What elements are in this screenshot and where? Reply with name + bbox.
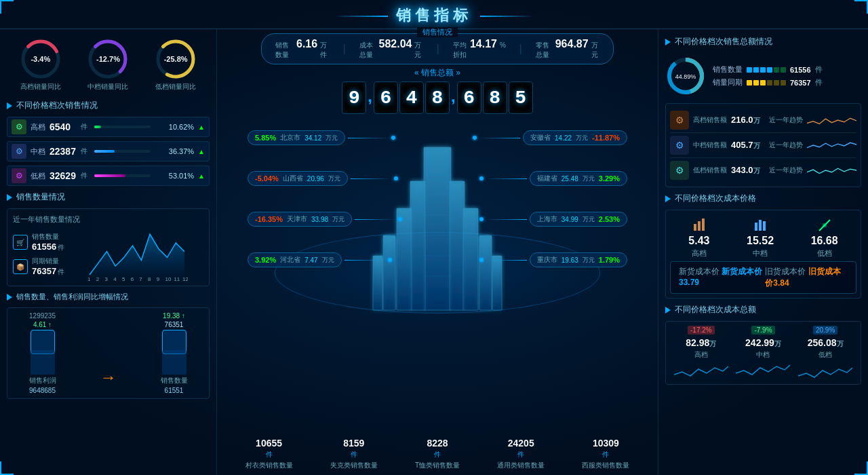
gauge-row: -3.4% 高档销量同比 -12.7% 中档销量同比 bbox=[7, 35, 210, 94]
info-retail: 零售总量 964.87 万元 bbox=[536, 38, 599, 60]
tier-low-name: 低档 bbox=[31, 171, 45, 181]
rt-spark-high bbox=[807, 113, 856, 127]
gauge-high: -3.4% 高档销量同比 bbox=[19, 37, 62, 92]
cost-bar: 新货成本价 新货成本价33.79 旧货成本价 旧货成本价3.84 bbox=[670, 261, 856, 294]
price-low: 16.68 低档 bbox=[811, 217, 838, 259]
qty-gauge-row: 44.89% 销售数量 61556 件 销量同期 bbox=[665, 53, 861, 99]
right-tier-low: ⚙ 低档销售额 343.0万 近一年趋势 bbox=[670, 158, 856, 183]
tier-mid-unit: 件 bbox=[81, 147, 87, 156]
city-shanghai: 上海市 34.99 万元 2.53% bbox=[479, 212, 627, 227]
city-buildings bbox=[370, 140, 505, 317]
tier-low-arrow: ▲ bbox=[198, 172, 205, 180]
svg-text:44.89%: 44.89% bbox=[675, 73, 696, 80]
ct-row: -17.2% 82.98万 高档 -7.9% 242.99万 中档 bbox=[670, 326, 856, 380]
sales-count-item: 🛒 销售数量 61556 件 bbox=[13, 232, 81, 252]
sparkline-area bbox=[86, 227, 203, 282]
svg-rect-27 bbox=[702, 218, 705, 231]
right-tri1 bbox=[665, 39, 671, 45]
cost-new: 新货成本价 新货成本价33.79 bbox=[679, 266, 765, 289]
cat-jacket: 8159 件 夹克类销售数量 bbox=[330, 438, 378, 470]
svg-rect-7 bbox=[410, 181, 425, 310]
right-panel: 不同价格档次销售总额情况 44.89% 销售数量 bbox=[658, 29, 868, 475]
page-wrapper: 销售指标 -3.4% 高档销量同比 bbox=[0, 0, 868, 475]
right-tri3 bbox=[665, 195, 671, 202]
profit-section: 1299235 4.61 ↑ 销售利润 9648685 → 19.38 ↑ 76… bbox=[7, 307, 210, 399]
sales-icon: 🛒 bbox=[13, 235, 28, 250]
digit-5: 8 bbox=[483, 81, 507, 114]
svg-rect-8 bbox=[450, 181, 465, 310]
city-hebei: 3.92% 河北省 7.47 万元 bbox=[248, 252, 392, 267]
qty-row-sales: 销售数量 61556 件 bbox=[713, 64, 861, 75]
ct-high: -17.2% 82.98万 高档 bbox=[671, 326, 732, 380]
city-tianjin: -16.35% 天津市 33.98 万元 bbox=[248, 212, 402, 227]
tier-low-value: 32629 bbox=[50, 170, 77, 181]
svg-rect-28 bbox=[755, 223, 757, 231]
profit-item: 1299235 4.61 ↑ 销售利润 9648685 bbox=[29, 312, 56, 394]
tier-low-row: ⚙ 低档 32629 件 53.01% ▲ bbox=[7, 166, 210, 186]
city-chongqing: 重庆市 19.63 万元 1.79% bbox=[479, 252, 627, 267]
rt-icon-mid: ⚙ bbox=[670, 136, 689, 155]
section-sales-count: 销售数量情况 bbox=[7, 191, 210, 203]
qty-info: 销售数量 61556 件 销量同期 76357 件 bbox=[713, 64, 861, 88]
sales-count-value: 61556 bbox=[32, 242, 56, 252]
tier-low-icon: ⚙ bbox=[12, 168, 26, 183]
cat-suit: 10309 件 西服类销售数量 bbox=[582, 438, 629, 470]
ct-spark-high bbox=[674, 361, 728, 380]
gauge-mid-value: -12.7% bbox=[96, 55, 120, 63]
city-anhui: 安徽省 14.22 万元 -11.87% bbox=[473, 130, 627, 145]
tier-high-row: ⚙ 高档 6540 件 10.62% ▲ bbox=[7, 117, 210, 137]
price-high: 5.43 高档 bbox=[688, 217, 709, 259]
section-tri2 bbox=[7, 194, 12, 201]
big-gauge: 44.89% bbox=[665, 56, 706, 96]
corner-br bbox=[854, 461, 868, 475]
tier-high-value: 6540 bbox=[50, 121, 77, 132]
cost-total-section: -17.2% 82.98万 高档 -7.9% 242.99万 中档 bbox=[665, 321, 861, 385]
sales-count-section: 近一年销售数量情况 🛒 销售数量 61556 件 bbox=[7, 208, 210, 286]
section-tri3 bbox=[7, 294, 12, 301]
digit-6: 5 bbox=[509, 81, 533, 114]
cost-old: 旧货成本价 旧货成本价3.84 bbox=[765, 266, 848, 289]
tier-high-arrow: ▲ bbox=[198, 124, 205, 131]
ct-spark-low bbox=[798, 361, 852, 380]
tier-mid-value: 22387 bbox=[50, 146, 77, 157]
compare-count-value: 76357 bbox=[32, 266, 56, 276]
compare-count-item: 📦 同期销量 76357 件 bbox=[13, 256, 81, 277]
digit-2: 4 bbox=[399, 81, 424, 114]
section-profit: 销售数量、销售利润同比增幅情况 bbox=[7, 292, 210, 302]
page-title: 销售指标 bbox=[0, 0, 868, 29]
total-counter: « 销售总额 » bbox=[414, 67, 460, 79]
cat-village: 10655 件 村衣类销售数量 bbox=[245, 438, 293, 470]
info-discount: 平均折扣 14.17 % bbox=[453, 38, 506, 60]
svg-rect-29 bbox=[759, 220, 762, 231]
gauge-low-value: -25.8% bbox=[164, 55, 188, 63]
section-tri bbox=[7, 102, 12, 109]
right-tier-mid: ⚙ 中档销售额 405.7万 近一年趋势 bbox=[670, 133, 856, 158]
cat-general: 24205 件 通用类销售数量 bbox=[497, 438, 545, 470]
price-tier-section: 5.43 高档 15.52 中档 16.68 低档 bbox=[665, 210, 861, 299]
gauge-mid: -12.7% 中档销量同比 bbox=[86, 37, 130, 92]
tier-high-unit: 件 bbox=[81, 122, 87, 132]
tier-mid-icon: ⚙ bbox=[12, 144, 26, 159]
left-panel: -3.4% 高档销量同比 -12.7% 中档销量同比 bbox=[0, 29, 217, 475]
digit-3: 8 bbox=[425, 81, 450, 114]
corner-bl bbox=[0, 461, 14, 475]
price-mid: 15.52 中档 bbox=[747, 217, 774, 259]
digit-1: 6 bbox=[374, 81, 398, 114]
section-tier-sales: 不同价格档次销售情况 bbox=[7, 100, 210, 111]
qty-row-compare: 销量同期 76357 件 bbox=[713, 77, 861, 88]
rt-icon-high: ⚙ bbox=[670, 111, 689, 130]
category-row: 10655 件 村衣类销售数量 8159 件 夹克类销售数量 8228 件 T恤… bbox=[220, 435, 655, 473]
digit-sep1: , bbox=[368, 81, 372, 114]
tier-mid-pct: 36.37% bbox=[157, 147, 194, 155]
svg-rect-12 bbox=[479, 235, 492, 310]
rt-spark-low bbox=[807, 164, 856, 177]
svg-rect-10 bbox=[463, 208, 478, 310]
right-tier-section: ⚙ 高档销售额 216.0万 近一年趋势 ⚙ 中档销售额 405.7万 近一年趋… bbox=[665, 103, 861, 187]
ct-low: 20.9% 256.08万 低档 bbox=[795, 326, 856, 380]
city-shanxi: -5.04% 山西省 20.96 万元 bbox=[248, 171, 398, 186]
right-section3: 不同价格档次成本价格 bbox=[665, 193, 861, 204]
cat-tshirt: 8228 件 T恤类销售数量 bbox=[415, 438, 460, 470]
digit-0: 9 bbox=[342, 81, 366, 114]
tier-high-icon: ⚙ bbox=[12, 119, 26, 134]
rt-icon-low: ⚙ bbox=[670, 161, 689, 180]
